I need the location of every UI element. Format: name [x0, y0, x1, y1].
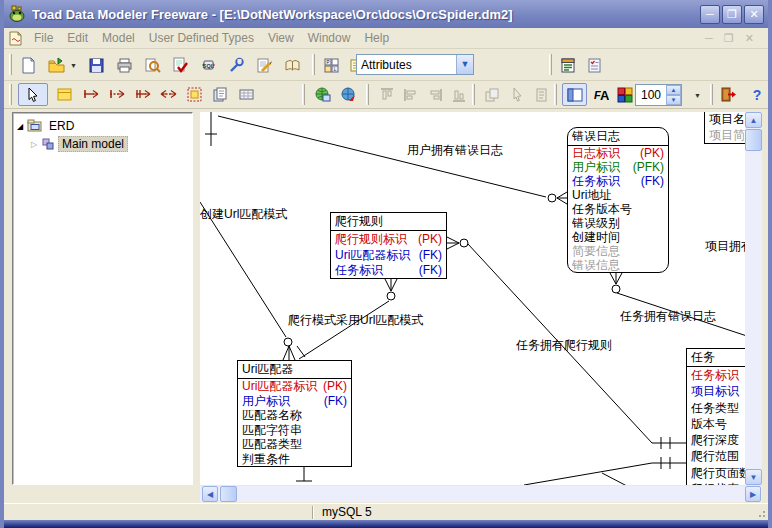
entity-attribute-row[interactable]: 错误级别 — [568, 216, 668, 230]
minimize-button[interactable]: ─ — [700, 5, 720, 24]
entity-attribute-row[interactable]: 爬行规则标识(PK) — [331, 231, 446, 247]
connector-task-lower[interactable] — [524, 457, 686, 485]
rel-task-errorlog-label[interactable]: 任务拥有错误日志 — [620, 308, 716, 325]
entity-attribute-row[interactable]: 任务标识 — [687, 367, 745, 383]
export-html-button[interactable] — [336, 83, 361, 106]
open-model-button[interactable] — [44, 53, 69, 77]
entity-crawl-rule[interactable]: 爬行规则爬行规则标识(PK)Uri匹配器标识(FK)任务标识(FK) — [330, 212, 447, 279]
menu-view[interactable]: View — [261, 29, 301, 47]
align-bottom-button[interactable] — [446, 83, 471, 106]
horizontal-scroll-thumb[interactable] — [220, 486, 237, 502]
entity-attribute-row[interactable]: 项目简介 — [705, 127, 745, 143]
zoom-up-button[interactable]: ▲ — [666, 85, 681, 95]
tree-label-main-model[interactable]: Main model — [58, 136, 128, 152]
align-left-button[interactable] — [398, 83, 423, 106]
entity-attribute-row[interactable]: 任务类型 — [687, 400, 745, 416]
entity-attribute-row[interactable]: 任务标识(FK) — [331, 262, 446, 278]
menu-file[interactable]: File — [27, 29, 60, 47]
toolbar-gripper[interactable] — [554, 84, 557, 105]
zoom-down-button[interactable]: ▼ — [666, 95, 681, 105]
print-button[interactable] — [112, 53, 137, 77]
tree-node-erd[interactable]: ◢ ERD — [13, 117, 192, 135]
paste-layout-button[interactable] — [529, 83, 554, 106]
entity-attribute-row[interactable]: 爬行状态 — [687, 481, 745, 485]
open-dropdown-caret[interactable]: ▼ — [70, 62, 77, 69]
bring-forward-button[interactable] — [479, 83, 504, 106]
menu-window[interactable]: Window — [301, 29, 358, 47]
entity-task[interactable]: 任务任务标识项目标识任务类型版本号爬行深度爬行范围爬行页面数量爬行状态 — [686, 348, 745, 485]
diagram-canvas[interactable]: 项目名称项目简介错误日志日志标识(PK)用户标识(PFK)任务标识(FK)Uri… — [200, 112, 745, 485]
edit-script-button[interactable] — [252, 53, 277, 77]
rel-project-task-label[interactable]: 项目拥有任务 — [705, 238, 745, 255]
save-button[interactable] — [84, 53, 109, 77]
identifying-relationship-tool[interactable] — [78, 83, 103, 106]
entity-attribute-row[interactable]: Uri地址 — [568, 188, 668, 202]
zoom-spinbox[interactable]: 100 ▲ ▼ — [635, 84, 682, 106]
help-button[interactable]: ? — [744, 83, 769, 106]
entity-attribute-row[interactable]: 爬行深度 — [687, 432, 745, 448]
workspace-button[interactable] — [310, 83, 335, 106]
menu-model[interactable]: Model — [95, 29, 142, 47]
new-entity-tool-button[interactable] — [52, 83, 77, 106]
entity-attribute-row[interactable]: 用户标识(FK) — [238, 394, 351, 409]
connector-matcher-bottom[interactable] — [296, 467, 312, 481]
entity-attribute-row[interactable]: 爬行页面数量 — [687, 465, 745, 481]
select-tool-button[interactable] — [18, 83, 48, 106]
display-mode-combobox[interactable]: Attributes ▼ — [356, 54, 474, 75]
grid-tool-button[interactable] — [234, 83, 259, 106]
rel-task-rule-label[interactable]: 任务拥有爬行规则 — [516, 337, 612, 354]
entity-attribute-row[interactable]: 创建时间 — [568, 230, 668, 244]
scroll-left-button[interactable]: ◀ — [202, 486, 218, 502]
connector-offscreen[interactable] — [602, 473, 648, 485]
entity-attribute-row[interactable]: 匹配器名称 — [238, 408, 351, 423]
restore-button[interactable]: ❐ — [722, 5, 742, 24]
toolbar-gripper[interactable] — [549, 54, 552, 75]
entity-uri-matcher[interactable]: Uri匹配器Uri匹配器标识(PK)用户标识(FK)匹配器名称匹配字符串匹配器类… — [237, 360, 352, 467]
vertical-scroll-thumb[interactable] — [745, 129, 762, 151]
resize-grip[interactable] — [754, 506, 766, 518]
pointer-mode-button[interactable] — [504, 83, 529, 106]
toolbar-gripper[interactable] — [302, 84, 305, 105]
entity-properties-button[interactable] — [556, 53, 581, 77]
toolbar-gripper[interactable] — [9, 84, 12, 105]
entity-attribute-row[interactable]: 判重条件 — [238, 452, 351, 467]
scroll-up-button[interactable]: ▲ — [745, 112, 762, 128]
entity-attribute-row[interactable]: 版本号 — [687, 416, 745, 432]
entity-attribute-row[interactable]: 错误信息 — [568, 258, 668, 272]
expand-arrow-icon[interactable]: ◢ — [13, 122, 27, 131]
entity-attribute-row[interactable]: 日志标识(PK) — [568, 146, 668, 160]
toolbar-gripper[interactable] — [366, 84, 369, 105]
model-notes-button[interactable] — [582, 53, 607, 77]
toolbar-gripper[interactable] — [472, 84, 475, 105]
generate-sql-button[interactable]: SQL — [196, 53, 221, 77]
entity-attribute-row[interactable]: 匹配器类型 — [238, 437, 351, 452]
entity-attribute-row[interactable]: 任务版本号 — [568, 202, 668, 216]
combobox-dropdown-button[interactable]: ▼ — [456, 55, 473, 74]
close-button[interactable]: ✕ — [744, 5, 764, 24]
menu-edit[interactable]: Edit — [60, 29, 95, 47]
entity-attribute-row[interactable]: 简要信息 — [568, 244, 668, 258]
menu-help[interactable]: Help — [357, 29, 396, 47]
entity-attribute-row[interactable]: 项目标识 — [687, 383, 745, 399]
rel-rule-uses-matcher-label[interactable]: 爬行模式采用Url匹配模式 — [288, 312, 423, 329]
tree-node-main-model[interactable]: ▷ Main model — [13, 135, 192, 153]
toolbar-gripper[interactable] — [710, 84, 713, 105]
entity-attribute-row[interactable]: Uri匹配器标识(FK) — [331, 247, 446, 263]
mdi-window-controls[interactable]: ─ ❐ ✕ — [705, 32, 764, 45]
menu-user-defined-types[interactable]: User Defined Types — [142, 29, 261, 47]
find-button[interactable] — [140, 53, 165, 77]
entity-attribute-row[interactable]: 项目名称 — [705, 112, 745, 127]
zoom-dropdown-caret[interactable]: ▼ — [694, 92, 701, 99]
collapse-arrow-icon[interactable]: ▷ — [27, 140, 41, 149]
font-button[interactable]: F A — [588, 83, 613, 106]
rel-create-matcher-label[interactable]: 创建Url匹配模式 — [200, 206, 287, 223]
horizontal-scrollbar[interactable]: ◀ ▶ — [200, 486, 762, 502]
connector-task-errorlog[interactable] — [610, 273, 745, 341]
connector-create-matcher[interactable] — [200, 202, 295, 360]
attribute-types-button[interactable]: P L — [319, 53, 344, 77]
entity-attribute-row[interactable]: 爬行范围 — [687, 448, 745, 464]
toggle-tree-panel-button[interactable] — [562, 83, 587, 106]
entity-error-log[interactable]: 错误日志日志标识(PK)用户标识(PFK)任务标识(FK)Uri地址任务版本号错… — [567, 127, 669, 273]
mandatory-relationship-tool[interactable] — [130, 83, 155, 106]
toolbar-gripper[interactable] — [312, 54, 315, 75]
